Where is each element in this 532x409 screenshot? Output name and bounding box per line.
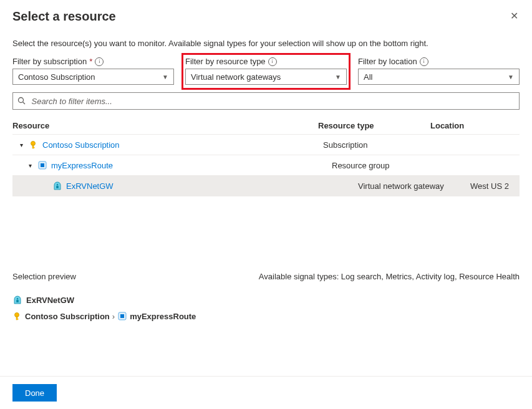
filter-location-dropdown[interactable]: All ▼ (358, 69, 520, 85)
resource-group-icon (117, 311, 127, 321)
column-type: Resource type (318, 121, 430, 130)
tree-subscription-type: Subscription (323, 140, 435, 150)
tree-resource-name[interactable]: ExRVNetGW (66, 181, 114, 191)
chevron-down-icon[interactable]: ▾ (17, 142, 25, 148)
info-icon[interactable]: i (95, 57, 104, 66)
breadcrumb-resource-group: myExpressRoute (130, 312, 196, 321)
filter-location-label: Filter by location (358, 57, 417, 66)
tree-resource-location: West US 2 (470, 181, 520, 191)
search-box[interactable] (12, 92, 520, 110)
key-icon (29, 140, 39, 150)
filter-resource-type-value: Virtual network gateways (191, 72, 281, 82)
breadcrumb-subscription: Contoso Subscription (25, 312, 110, 321)
gateway-icon (52, 181, 62, 191)
close-icon[interactable]: ✕ (509, 9, 520, 24)
available-signal-types: Available signal types: Log search, Metr… (259, 272, 520, 281)
selected-resource: ExRVNetGW (26, 296, 74, 305)
filter-subscription-value: Contoso Subscription (18, 72, 95, 82)
gateway-icon (12, 295, 22, 305)
key-icon (12, 311, 22, 321)
chevron-down-icon[interactable]: ▾ (26, 162, 34, 169)
filter-resource-type-label: Filter by resource type (185, 57, 266, 66)
filter-location-value: All (364, 72, 372, 82)
resource-group-icon (37, 160, 47, 170)
tree-subscription-name[interactable]: Contoso Subscription (42, 140, 120, 150)
tree-rg-type: Resource group (332, 161, 444, 170)
search-icon (17, 96, 26, 106)
tree-row-subscription[interactable]: ▾ Contoso Subscription Subscription (12, 134, 520, 155)
tree-row-resource-group[interactable]: ▾ myExpressRoute Resource group (12, 155, 520, 175)
tree-resource-type: Virtual network gateway (358, 181, 470, 191)
search-input[interactable] (30, 96, 515, 107)
selection-preview-label: Selection preview (12, 272, 76, 281)
filter-subscription-label: Filter by subscription (12, 57, 87, 66)
filter-subscription-dropdown[interactable]: Contoso Subscription ▼ (12, 69, 174, 85)
done-button[interactable]: Done (12, 384, 57, 402)
info-icon[interactable]: i (420, 57, 428, 66)
chevron-down-icon: ▼ (335, 74, 341, 80)
page-title: Select a resource (12, 9, 116, 24)
info-icon[interactable]: i (268, 57, 277, 66)
breadcrumb-separator-icon: › (112, 312, 115, 321)
filter-resource-type-dropdown[interactable]: Virtual network gateways ▼ (185, 69, 347, 85)
tree-rg-name[interactable]: myExpressRoute (51, 161, 113, 170)
subtext: Select the resource(s) you want to monit… (12, 39, 520, 48)
required-asterisk: * (89, 57, 92, 66)
column-location: Location (430, 121, 520, 130)
chevron-down-icon: ▼ (162, 74, 168, 80)
chevron-down-icon: ▼ (508, 74, 514, 80)
column-resource: Resource (12, 121, 318, 130)
tree-row-resource[interactable]: ExRVNetGW Virtual network gateway West U… (12, 175, 520, 196)
